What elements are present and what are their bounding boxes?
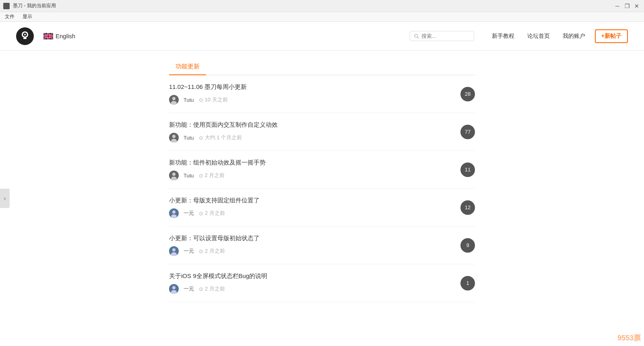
clock-icon: ⊙	[199, 286, 203, 292]
post-meta: 一元 ⊙ 2 月之前	[169, 246, 454, 256]
tab-feature-update[interactable]: 功能更新	[169, 59, 206, 75]
clock-icon: ⊙	[199, 248, 203, 254]
logo-icon	[16, 27, 34, 45]
svg-point-3	[24, 34, 26, 35]
clock-icon: ⊙	[199, 135, 203, 141]
menu-display[interactable]: 显示	[21, 12, 34, 21]
avatar	[169, 208, 179, 218]
svg-point-6	[415, 34, 418, 37]
avatar	[169, 95, 179, 105]
post-title: 小更新：母版支持固定组件位置了	[169, 197, 454, 204]
close-button[interactable]: ✕	[633, 2, 641, 10]
clock-icon: ⊙	[199, 97, 203, 103]
post-meta: 一元 ⊙ 2 月之前	[169, 208, 454, 218]
list-item[interactable]: 新功能：使用页面内交互制作自定义动效 Tutu ⊙ 大约 1 个月之前	[169, 113, 475, 151]
minimize-button[interactable]: ─	[613, 2, 621, 10]
post-author: 一元	[184, 210, 194, 217]
reply-count: 9	[460, 238, 475, 253]
post-title: 关于iOS 9全屏模式状态栏Bug的说明	[169, 272, 454, 280]
post-content: 新功能：使用页面内交互制作自定义动效 Tutu ⊙ 大约 1 个月之前	[169, 121, 454, 142]
svg-point-24	[172, 286, 175, 289]
watermark: 9553票	[617, 333, 641, 343]
restore-button[interactable]: ❐	[623, 2, 631, 10]
lang-label: English	[56, 33, 75, 39]
post-time: ⊙ 2 月之前	[199, 210, 225, 217]
nav-forum[interactable]: 论坛首页	[527, 33, 550, 40]
side-toggle-button[interactable]: ›	[0, 189, 10, 208]
menu-file[interactable]: 文件	[3, 12, 16, 21]
nav-links: 新手教程 论坛首页 我的账户	[492, 33, 585, 40]
nav-tutorial[interactable]: 新手教程	[492, 33, 514, 40]
list-item[interactable]: 关于iOS 9全屏模式状态栏Bug的说明 一元 ⊙ 2 月之前	[169, 264, 475, 302]
search-box[interactable]	[410, 31, 474, 41]
reply-count: 28	[460, 87, 475, 101]
app-icon	[3, 3, 10, 9]
svg-line-7	[417, 37, 419, 38]
svg-point-12	[172, 135, 175, 138]
content-area: › 功能更新 11.02~11.06 墨刀每周小更新 T	[0, 51, 644, 346]
post-time: ⊙ 2 月之前	[199, 247, 225, 255]
list-item[interactable]: 小更新：可以设置母版初始状态了 一元 ⊙ 2 月之前 9	[169, 227, 475, 264]
tab-header: 功能更新	[169, 59, 475, 75]
avatar	[169, 133, 179, 142]
reply-count: 1	[460, 276, 475, 290]
reply-count: 77	[460, 125, 475, 139]
svg-point-18	[172, 210, 175, 214]
window-title: 墨刀 - 我的当前应用	[13, 2, 56, 9]
svg-point-21	[172, 248, 175, 251]
post-content: 新功能：组件初始动效及摇一摇手势 Tutu ⊙ 2 月之前	[169, 159, 454, 180]
search-input[interactable]	[421, 33, 470, 39]
list-item[interactable]: 小更新：母版支持固定组件位置了 一元 ⊙ 2 月之前 12	[169, 189, 475, 227]
post-author: Tutu	[184, 173, 194, 179]
post-title: 小更新：可以设置母版初始状态了	[169, 235, 454, 242]
post-title: 新功能：使用页面内交互制作自定义动效	[169, 121, 454, 129]
post-time: ⊙ 大约 1 个月之前	[199, 134, 242, 141]
list-item[interactable]: 新功能：组件初始动效及摇一摇手势 Tutu ⊙ 2 月之前	[169, 151, 475, 189]
post-meta: Tutu ⊙ 大约 1 个月之前	[169, 133, 454, 142]
post-content: 11.02~11.06 墨刀每周小更新 Tutu ⊙ 10 天之前	[169, 83, 454, 105]
post-title: 新功能：组件初始动效及摇一摇手势	[169, 159, 454, 167]
avatar	[169, 171, 179, 180]
svg-rect-4	[23, 38, 27, 39]
post-time: ⊙ 2 月之前	[199, 285, 225, 292]
main-panel: 功能更新 11.02~11.06 墨刀每周小更新 Tutu ⊙	[169, 51, 475, 346]
flag-icon	[43, 33, 53, 39]
logo-area[interactable]	[16, 27, 34, 45]
side-toggle-icon: ›	[4, 195, 6, 202]
new-post-button[interactable]: +新帖子	[595, 29, 628, 43]
app-body: English 新手教程 论坛首页 我的账户 +新帖子 › 功能更新	[0, 22, 644, 346]
title-bar-left: 墨刀 - 我的当前应用	[3, 2, 56, 9]
post-meta: Tutu ⊙ 10 天之前	[169, 95, 454, 105]
menu-bar: 文件 显示	[0, 12, 644, 22]
language-button[interactable]: English	[43, 33, 75, 39]
logo-svg	[19, 30, 31, 43]
clock-icon: ⊙	[199, 173, 203, 179]
search-icon	[414, 33, 419, 39]
post-author: Tutu	[184, 97, 194, 103]
post-meta: 一元 ⊙ 2 月之前	[169, 284, 454, 294]
post-author: Tutu	[184, 135, 194, 141]
post-author: 一元	[184, 285, 194, 292]
list-item[interactable]: 11.02~11.06 墨刀每周小更新 Tutu ⊙ 10 天之前	[169, 75, 475, 113]
title-bar-controls: ─ ❐ ✕	[613, 2, 641, 10]
post-title: 11.02~11.06 墨刀每周小更新	[169, 83, 454, 91]
reply-count: 11	[460, 163, 475, 177]
post-author: 一元	[184, 247, 194, 255]
post-time: ⊙ 2 月之前	[199, 172, 225, 179]
svg-point-15	[172, 173, 175, 176]
svg-point-9	[172, 97, 175, 100]
nav-account[interactable]: 我的账户	[563, 33, 585, 40]
post-content: 小更新：可以设置母版初始状态了 一元 ⊙ 2 月之前	[169, 235, 454, 256]
post-time: ⊙ 10 天之前	[199, 96, 228, 103]
clock-icon: ⊙	[199, 210, 203, 216]
avatar	[169, 284, 179, 294]
post-list: 11.02~11.06 墨刀每周小更新 Tutu ⊙ 10 天之前	[169, 75, 475, 302]
title-bar: 墨刀 - 我的当前应用 ─ ❐ ✕	[0, 0, 644, 12]
post-content: 关于iOS 9全屏模式状态栏Bug的说明 一元 ⊙ 2 月之前	[169, 272, 454, 294]
avatar	[169, 246, 179, 256]
reply-count: 12	[460, 200, 475, 215]
post-meta: Tutu ⊙ 2 月之前	[169, 171, 454, 180]
post-content: 小更新：母版支持固定组件位置了 一元 ⊙ 2 月之前	[169, 197, 454, 218]
top-nav: English 新手教程 论坛首页 我的账户 +新帖子	[0, 22, 644, 51]
